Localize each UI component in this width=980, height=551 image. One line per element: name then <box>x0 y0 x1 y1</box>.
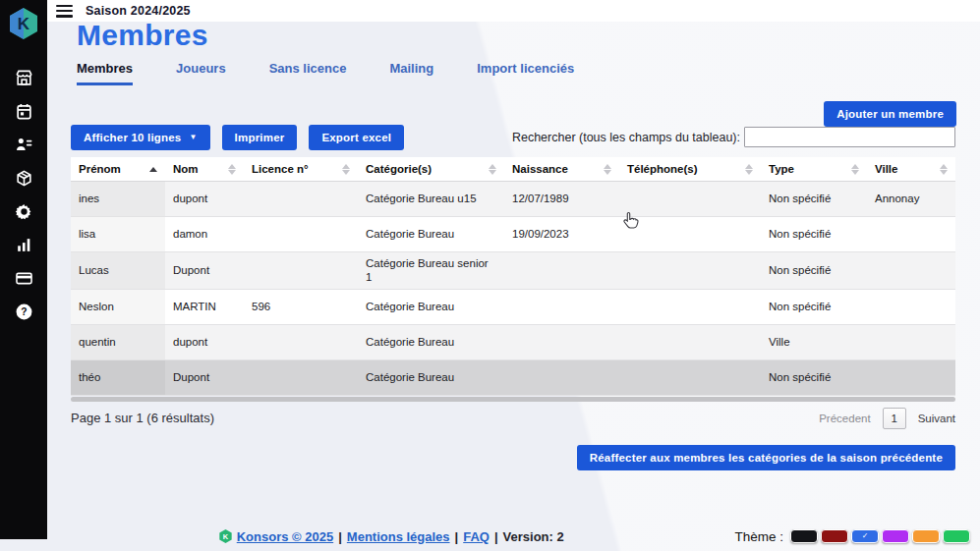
card-icon[interactable] <box>15 269 33 288</box>
sort-icon <box>228 164 236 175</box>
export-excel-button[interactable]: Export excel <box>309 125 404 150</box>
stats-bars-icon[interactable] <box>15 236 33 254</box>
version-label: Version: 2 <box>503 529 564 544</box>
theme-swatch-dark-red[interactable] <box>821 529 848 543</box>
column-label: Naissance <box>512 163 568 175</box>
theme-swatch-blue[interactable]: ✓ <box>851 529 879 543</box>
cell-type: Non spécifié <box>761 182 867 217</box>
cell-licence <box>244 324 358 359</box>
table-row[interactable]: théoDupontCatégorie BureauNon spécifié <box>71 359 955 395</box>
table-body: inesdupontCatégorie Bureau u1512/07/1989… <box>71 182 955 396</box>
tab-import-licenci-s[interactable]: Import licenciés <box>477 61 574 85</box>
sort-icon <box>940 164 948 175</box>
column-header[interactable]: Licence n° <box>244 157 358 182</box>
column-label: Ville <box>875 163 897 175</box>
column-label: Prénom <box>79 163 121 175</box>
separator: | <box>494 529 498 544</box>
app-logo[interactable]: K <box>7 6 40 41</box>
tab-bar: MembresJoueursSans licenceMailingImport … <box>77 61 574 85</box>
cell-nom: Dupont <box>165 252 244 290</box>
menu-hamburger-icon[interactable] <box>56 5 73 18</box>
cell-prenom: Lucas <box>71 252 165 290</box>
tab-mailing[interactable]: Mailing <box>389 61 433 85</box>
settings-gear-icon[interactable] <box>15 202 33 221</box>
current-page-button[interactable]: 1 <box>883 408 906 429</box>
legal-link[interactable]: Mentions légales <box>347 529 450 544</box>
column-header[interactable]: Catégorie(s) <box>358 157 504 182</box>
cell-prenom: quentin <box>71 324 165 359</box>
column-header[interactable]: Téléphone(s) <box>619 157 761 182</box>
brand-link[interactable]: K Konsors © 2025 <box>218 528 333 544</box>
column-header[interactable]: Type <box>761 157 867 182</box>
add-member-button[interactable]: Ajouter un membre <box>824 101 956 127</box>
column-header[interactable]: Nom <box>165 157 244 182</box>
sidebar-nav: ? <box>15 69 33 321</box>
column-header[interactable]: Ville <box>867 157 955 182</box>
reassign-row: Réaffecter aux membres les catégories de… <box>71 445 955 470</box>
svg-text:?: ? <box>21 306 27 317</box>
cell-type: Non spécifié <box>761 217 867 252</box>
table-row[interactable]: lisadamonCatégorie Bureau19/09/2023Non s… <box>71 217 955 252</box>
cell-prenom: Neslon <box>71 289 165 324</box>
help-icon[interactable]: ? <box>15 303 33 321</box>
show-lines-label: Afficher 10 lignes <box>84 132 181 143</box>
table-row[interactable]: quentindupontCatégorie BureauVille <box>71 324 955 359</box>
package-icon[interactable] <box>15 169 33 188</box>
cell-categories: Catégorie Bureau <box>358 289 504 324</box>
sort-icon <box>604 164 611 175</box>
cell-nom: Dupont <box>165 359 244 395</box>
chevron-down-icon: ▼ <box>189 134 197 141</box>
column-header[interactable]: Prénom <box>71 157 165 182</box>
cell-ville <box>867 289 955 324</box>
cell-licence <box>244 217 358 252</box>
search-input[interactable] <box>744 127 955 147</box>
column-label: Nom <box>173 163 199 175</box>
faq-link[interactable]: FAQ <box>463 529 490 544</box>
cell-categories: Catégorie Bureau <box>358 359 504 395</box>
table-row[interactable]: inesdupontCatégorie Bureau u1512/07/1989… <box>71 182 955 217</box>
table-row[interactable]: LucasDupontCatégorie Bureau senior 1Non … <box>71 252 955 290</box>
cell-telephone <box>619 324 761 359</box>
cell-naissance <box>504 324 619 359</box>
sort-icon <box>489 164 496 175</box>
column-header[interactable]: Naissance <box>504 157 619 182</box>
cell-categories: Catégorie Bureau u15 <box>358 182 504 217</box>
cell-telephone <box>619 359 761 395</box>
table-row[interactable]: NeslonMARTIN596Catégorie BureauNon spéci… <box>71 289 955 324</box>
theme-swatch-green[interactable] <box>943 529 970 543</box>
cell-ville <box>867 324 955 359</box>
svg-text:K: K <box>223 532 229 541</box>
cell-naissance <box>504 289 619 324</box>
cell-type: Non spécifié <box>761 359 867 395</box>
svg-text:K: K <box>18 15 30 33</box>
previous-page-button[interactable]: Précedent <box>819 413 870 424</box>
cell-telephone <box>619 289 761 324</box>
print-button[interactable]: Imprimer <box>222 125 298 150</box>
sort-icon <box>342 164 350 175</box>
sort-icon <box>149 167 157 172</box>
calendar-icon[interactable] <box>15 102 33 121</box>
cell-type: Non spécifié <box>761 289 867 324</box>
tab-sans-licence[interactable]: Sans licence <box>269 61 347 85</box>
show-lines-dropdown[interactable]: Afficher 10 lignes ▼ <box>71 125 210 150</box>
storefront-icon[interactable] <box>15 69 33 87</box>
reassign-categories-button[interactable]: Réaffecter aux membres les catégories de… <box>577 445 955 470</box>
members-icon[interactable] <box>15 136 33 154</box>
cell-naissance: 19/09/2023 <box>504 217 619 252</box>
season-label: Saison 2024/2025 <box>86 4 191 18</box>
cell-ville: Annonay <box>867 182 955 217</box>
cell-licence <box>244 359 358 395</box>
next-page-button[interactable]: Suivant <box>918 413 955 424</box>
page-title: Membres <box>77 19 208 52</box>
tab-membres[interactable]: Membres <box>77 61 133 85</box>
cell-ville <box>867 217 955 252</box>
pagination-row: Page 1 sur 1 (6 résultats) Précedent 1 S… <box>71 408 955 429</box>
cell-prenom: lisa <box>71 217 165 252</box>
theme-swatch-black[interactable] <box>790 529 818 543</box>
theme-swatch-purple[interactable] <box>882 529 909 543</box>
theme-swatch-orange[interactable] <box>912 529 940 543</box>
tab-joueurs[interactable]: Joueurs <box>176 61 226 85</box>
cell-naissance <box>504 359 619 395</box>
cell-licence: 596 <box>244 289 358 324</box>
horizontal-scrollbar[interactable] <box>71 397 955 402</box>
